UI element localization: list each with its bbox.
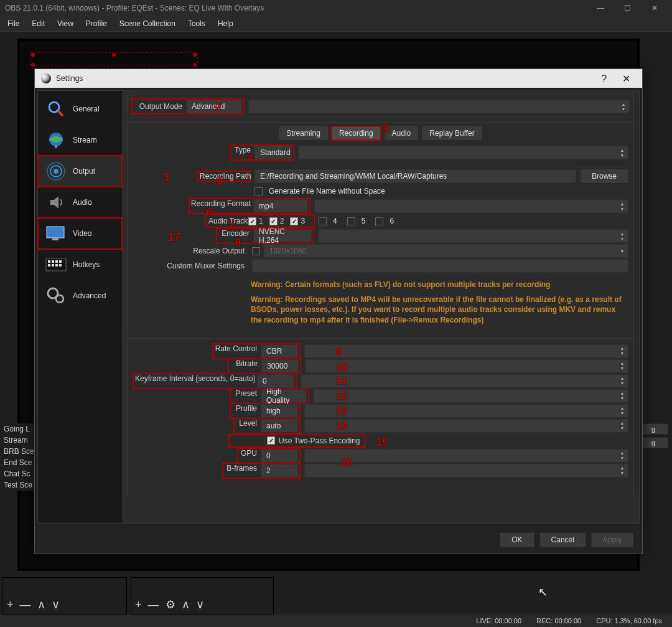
svg-rect-22 [55,264,58,266]
up-icon[interactable]: ∧ [182,598,190,611]
level-label: Level [236,419,261,433]
bitrate-spin[interactable]: ▲▼ [305,359,628,373]
status-rec: REC: 00:00:00 [536,617,581,625]
up-icon[interactable]: ∧ [37,598,45,611]
close-button[interactable]: ✕ [642,4,667,12]
scene-item[interactable]: Chat Sc [0,468,34,479]
bframes-spin[interactable]: ▲▼ [304,464,628,478]
sidebar-item-label: Hotkeys [73,260,100,269]
minimize-button[interactable]: — [588,4,613,12]
track-3-checkbox[interactable] [290,217,298,225]
keyframe-spin[interactable]: ▲▼ [301,374,628,388]
svg-rect-13 [47,227,64,238]
profile-select[interactable]: high [261,404,298,418]
down-icon[interactable]: ∨ [52,598,60,611]
rate-control-select[interactable]: CBR [261,344,298,358]
encoder-dropdown[interactable]: ▲▼ [318,229,628,243]
scene-item[interactable]: Going L [0,423,34,435]
browse-button[interactable]: Browse [580,169,628,184]
sidebar-item-output[interactable]: Output [38,156,122,187]
recording-path-input[interactable]: E:/Recording and Streaming/WMM Local/RAW… [254,169,576,183]
type-select[interactable]: Standard [254,146,292,159]
dialog-help-button[interactable]: ? [594,73,614,85]
warning-text-2: Warning: Recordings saved to MP4 will be… [251,295,628,325]
maximize-button[interactable]: ☐ [615,4,640,12]
keyframe-input[interactable]: 0 [257,374,294,388]
tab-replay-buffer[interactable]: Replay Buffer [422,126,482,140]
dialog-close-button[interactable]: ✕ [616,73,636,85]
preset-select[interactable]: High Quality [261,389,307,403]
menubar: File Edit View Profile Scene Collection … [0,16,672,32]
tab-streaming[interactable]: Streaming [279,126,328,140]
level-select[interactable]: auto [261,419,298,433]
bitrate-input[interactable]: 30000 [261,359,299,373]
recording-format-select[interactable]: mp4 [253,199,308,213]
menu-scene-collection[interactable]: Scene Collection [114,17,180,31]
profile-dropdown[interactable]: ▲▼ [304,404,628,418]
bottom-panels: + — ∧ ∨ + — ⚙ ∧ ∨ [0,577,672,615]
menu-help[interactable]: Help [213,17,238,31]
add-icon[interactable]: + [7,598,14,611]
menu-tools[interactable]: Tools [183,17,210,31]
sidebar-item-video[interactable]: Video [38,218,122,249]
output-mode-dropdown[interactable]: ▲▼ [248,100,630,113]
muxer-input[interactable] [252,259,628,273]
gpu-input[interactable]: 0 [261,449,298,463]
svg-rect-21 [52,264,54,266]
apply-button[interactable]: Apply [591,532,633,547]
level-dropdown[interactable]: ▲▼ [304,419,628,433]
remove-icon[interactable]: — [148,598,159,611]
encoder-select[interactable]: NVENC H.264 [253,229,312,243]
preset-dropdown[interactable]: ▲▼ [313,389,628,403]
tab-audio[interactable]: Audio [385,126,419,140]
down-icon[interactable]: ∨ [196,598,204,611]
sidebar-item-general[interactable]: General [38,93,122,125]
tab-recording[interactable]: Recording [332,126,381,140]
scene-item[interactable]: Stream [0,435,34,446]
recording-format-dropdown[interactable]: ▲▼ [314,199,628,213]
scenes-panel-toolbar: + — ∧ ∨ [2,577,127,615]
add-icon[interactable]: + [135,598,142,611]
two-pass-checkbox[interactable] [267,436,275,445]
rescale-checkbox[interactable] [252,247,260,255]
track-2-checkbox[interactable] [269,217,278,225]
side-btn[interactable]: g [638,423,668,435]
sidebar-item-label: Stream [73,136,97,144]
rate-control-dropdown[interactable]: ▲▼ [304,344,628,358]
window-title: OBS 21.0.1 (64bit, windows) - Profile: E… [5,4,264,12]
track-6-checkbox[interactable] [375,217,383,225]
cancel-button[interactable]: Cancel [539,532,586,547]
track-1-checkbox[interactable] [248,217,256,225]
menu-view[interactable]: View [52,17,78,31]
remove-icon[interactable]: — [20,598,31,611]
menu-edit[interactable]: Edit [27,17,50,31]
rate-control-label: Rate Control [215,344,261,358]
sidebar-item-hotkeys[interactable]: Hotkeys [38,249,122,280]
track-4-checkbox[interactable] [319,217,327,225]
side-btn[interactable]: g [638,437,668,448]
gen-filename-label: Generate File Name without Space [269,187,385,196]
output-mode-select[interactable]: Advanced [186,100,242,113]
sidebar-item-stream[interactable]: Stream [38,125,122,156]
gpu-spin[interactable]: ▲▼ [304,449,628,463]
gear-icon[interactable]: ⚙ [166,598,175,611]
track-5-checkbox[interactable] [347,217,355,225]
speaker-icon [45,192,67,213]
status-live: LIVE: 00:00:00 [476,617,521,625]
ok-button[interactable]: OK [500,532,534,547]
scene-item[interactable]: Test Sce [0,479,34,491]
gen-filename-checkbox[interactable] [254,187,263,196]
scenes-list[interactable]: Going L Stream BRB Sce End Sce Chat Sc T… [0,423,34,491]
svg-point-25 [56,295,63,303]
sidebar-item-advanced[interactable]: Advanced [38,280,122,311]
globe-icon [45,130,67,151]
scene-item[interactable]: BRB Sce [0,446,34,457]
bframes-input[interactable]: 2 [261,464,298,478]
type-dropdown[interactable]: ▲▼ [298,146,628,159]
svg-rect-14 [52,238,58,240]
sidebar-item-audio[interactable]: Audio [38,187,122,218]
sources-panel-toolbar: + — ⚙ ∧ ∨ [131,577,274,615]
menu-profile[interactable]: Profile [81,17,112,31]
menu-file[interactable]: File [2,17,24,31]
scene-item[interactable]: End Sce [0,457,34,468]
